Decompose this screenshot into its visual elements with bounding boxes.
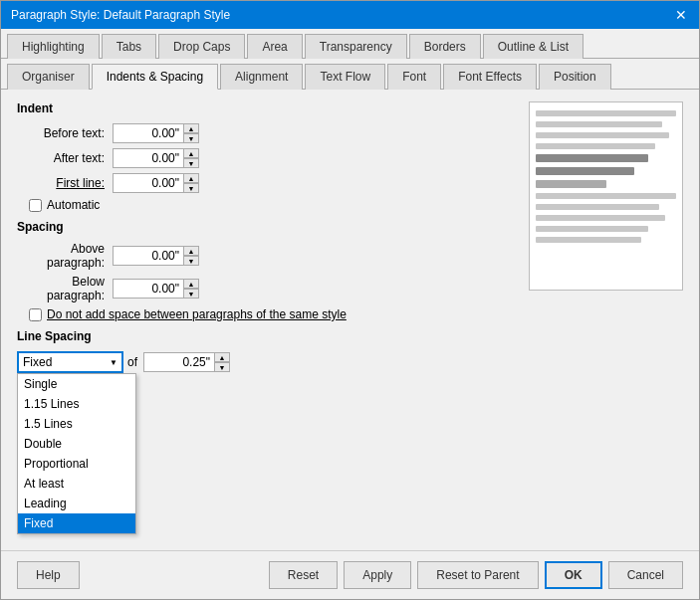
before-text-up[interactable]: ▲ xyxy=(183,123,199,133)
after-text-spinner: ▲ ▼ xyxy=(113,148,199,168)
after-text-input[interactable] xyxy=(113,148,184,168)
dropdown-item-fixed[interactable]: Fixed xyxy=(18,513,135,533)
indent-section: Before text: ▲ ▼ After text: ▲ xyxy=(23,123,519,212)
tab-tabs[interactable]: Tabs xyxy=(102,34,156,59)
line-spacing-value-buttons: ▲ ▼ xyxy=(214,352,230,372)
dropdown-item-atleast[interactable]: At least xyxy=(18,474,135,494)
content-area: Indent Before text: ▲ ▼ After text: xyxy=(1,90,699,550)
after-text-up[interactable]: ▲ xyxy=(183,148,199,158)
above-paragraph-up[interactable]: ▲ xyxy=(183,246,199,256)
tab-text-flow[interactable]: Text Flow xyxy=(305,64,385,90)
below-paragraph-down[interactable]: ▼ xyxy=(183,289,199,299)
spacing-section-title: Spacing xyxy=(17,220,519,234)
first-line-up[interactable]: ▲ xyxy=(183,173,199,183)
preview-line-6 xyxy=(536,167,634,175)
dropdown-item-1.5lines[interactable]: 1.5 Lines xyxy=(18,414,135,434)
dropdown-arrow-icon: ▼ xyxy=(110,358,117,367)
close-button[interactable]: ✕ xyxy=(673,7,689,23)
below-paragraph-row: Below paragraph: ▲ ▼ xyxy=(23,275,519,302)
tab-position[interactable]: Position xyxy=(539,64,611,90)
reset-to-parent-button[interactable]: Reset to Parent xyxy=(417,561,538,589)
dropdown-item-double[interactable]: Double xyxy=(18,434,135,454)
cancel-button[interactable]: Cancel xyxy=(608,561,683,589)
apply-button[interactable]: Apply xyxy=(344,561,411,589)
first-line-input[interactable] xyxy=(113,173,184,193)
preview-line-9 xyxy=(536,204,659,210)
after-text-down[interactable]: ▼ xyxy=(183,158,199,168)
tab-font-effects[interactable]: Font Effects xyxy=(443,64,537,90)
preview-line-5 xyxy=(536,154,648,162)
above-paragraph-label: Above paragraph: xyxy=(23,242,113,270)
dropdown-item-leading[interactable]: Leading xyxy=(18,494,135,513)
ok-button[interactable]: OK xyxy=(545,561,602,589)
above-paragraph-input[interactable] xyxy=(113,246,184,266)
below-paragraph-label: Below paragraph: xyxy=(23,275,113,302)
preview-line-1 xyxy=(536,110,676,116)
line-spacing-dropdown[interactable]: Fixed ▼ Single 1.15 Lines 1.5 Lines Doub… xyxy=(17,351,121,373)
after-text-label: After text: xyxy=(23,151,113,165)
window-title: Paragraph Style: Default Paragraph Style xyxy=(11,8,230,22)
first-line-buttons: ▲ ▼ xyxy=(183,173,199,193)
first-line-spinner: ▲ ▼ xyxy=(113,173,199,193)
spacing-section: Above paragraph: ▲ ▼ Below paragraph: xyxy=(23,242,519,321)
indent-section-title: Indent xyxy=(17,101,519,115)
above-paragraph-buttons: ▲ ▼ xyxy=(183,246,199,266)
no-space-label: Do not add space between paragraphs of t… xyxy=(47,307,347,321)
dropdown-selected[interactable]: Fixed ▼ xyxy=(17,351,123,373)
tabs-row2: Organiser Indents & Spacing Alignment Te… xyxy=(1,59,699,90)
no-space-checkbox[interactable] xyxy=(29,308,42,321)
below-paragraph-input[interactable] xyxy=(113,279,184,299)
above-paragraph-spinner: ▲ ▼ xyxy=(113,246,199,266)
line-spacing-down[interactable]: ▼ xyxy=(214,362,230,372)
tab-font[interactable]: Font xyxy=(387,64,441,90)
preview-line-2 xyxy=(536,121,662,127)
below-paragraph-up[interactable]: ▲ xyxy=(183,279,199,289)
preview-line-8 xyxy=(536,193,676,199)
before-text-label: Before text: xyxy=(23,126,113,140)
dropdown-item-single[interactable]: Single xyxy=(18,374,135,394)
reset-button[interactable]: Reset xyxy=(269,561,338,589)
preview-line-12 xyxy=(536,237,641,243)
after-text-row: After text: ▲ ▼ xyxy=(23,148,519,168)
above-paragraph-row: Above paragraph: ▲ ▼ xyxy=(23,242,519,270)
preview-line-10 xyxy=(536,215,665,221)
first-line-row: First line: ▲ ▼ xyxy=(23,173,519,193)
below-paragraph-buttons: ▲ ▼ xyxy=(183,279,199,299)
preview-line-11 xyxy=(536,226,648,232)
after-text-buttons: ▲ ▼ xyxy=(183,148,199,168)
tabs-row1: Highlighting Tabs Drop Caps Area Transpa… xyxy=(1,29,699,59)
preview-line-3 xyxy=(536,132,669,138)
tab-transparency[interactable]: Transparency xyxy=(305,34,407,59)
before-text-input[interactable] xyxy=(113,123,184,143)
dropdown-item-proportional[interactable]: Proportional xyxy=(18,454,135,474)
tab-area[interactable]: Area xyxy=(247,34,302,59)
tab-alignment[interactable]: Alignment xyxy=(220,64,303,90)
dropdown-item-1.15lines[interactable]: 1.15 Lines xyxy=(18,394,135,414)
tab-indents-spacing[interactable]: Indents & Spacing xyxy=(92,64,218,90)
no-space-row: Do not add space between paragraphs of t… xyxy=(29,307,519,321)
left-panel: Indent Before text: ▲ ▼ After text: xyxy=(17,101,519,538)
before-text-down[interactable]: ▼ xyxy=(183,133,199,143)
right-panel xyxy=(529,101,683,538)
dropdown-list: Single 1.15 Lines 1.5 Lines Double Propo… xyxy=(17,373,136,534)
automatic-label: Automatic xyxy=(47,198,100,212)
before-text-spinner: ▲ ▼ xyxy=(113,123,199,143)
main-window: Paragraph Style: Default Paragraph Style… xyxy=(0,0,700,600)
preview-line-4 xyxy=(536,143,655,149)
tab-organiser[interactable]: Organiser xyxy=(7,64,90,90)
before-text-row: Before text: ▲ ▼ xyxy=(23,123,519,143)
preview-line-7 xyxy=(536,180,606,188)
tab-outline-list[interactable]: Outline & List xyxy=(483,34,583,59)
line-spacing-value-input[interactable] xyxy=(143,352,215,372)
line-spacing-value-spinner: ▲ ▼ xyxy=(143,352,230,372)
tab-highlighting[interactable]: Highlighting xyxy=(7,34,100,59)
above-paragraph-down[interactable]: ▼ xyxy=(183,256,199,266)
automatic-checkbox[interactable] xyxy=(29,199,42,212)
line-spacing-up[interactable]: ▲ xyxy=(214,352,230,362)
help-button[interactable]: Help xyxy=(17,561,80,589)
first-line-down[interactable]: ▼ xyxy=(183,183,199,193)
tab-drop-caps[interactable]: Drop Caps xyxy=(158,34,245,59)
first-line-label: First line: xyxy=(23,176,113,190)
tab-borders[interactable]: Borders xyxy=(409,34,481,59)
line-spacing-row: Fixed ▼ Single 1.15 Lines 1.5 Lines Doub… xyxy=(17,351,519,373)
